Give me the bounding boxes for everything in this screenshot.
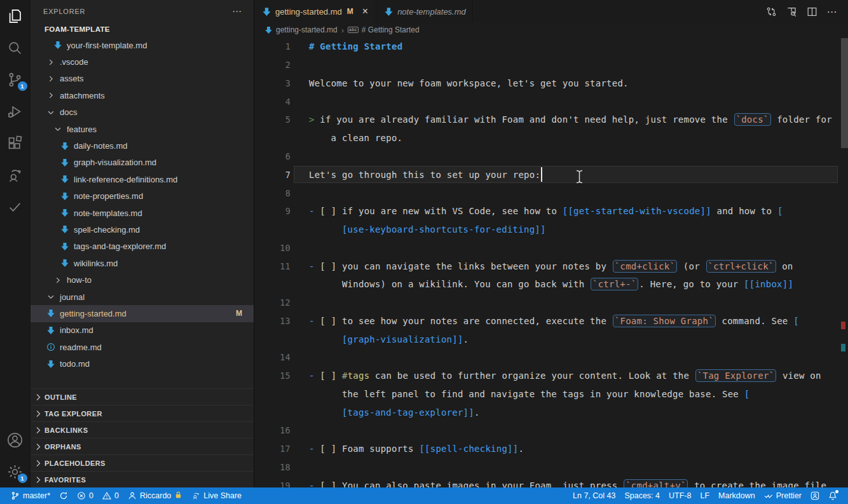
editor-group: getting-started.mdM×note-templates.md⋯ g…: [254, 0, 848, 487]
tree-file-note-templates.md[interactable]: note-templates.md: [31, 205, 254, 221]
chevron-down-icon: [46, 292, 56, 302]
vscode-window: 11 EXPLORER ⋯ FOAM-TEMPLATE your-first-t…: [0, 0, 848, 504]
activity-source-control-button[interactable]: 1: [0, 64, 31, 95]
open-changes-button[interactable]: [764, 4, 778, 18]
status-sync[interactable]: [55, 487, 72, 504]
panel-tag-explorer[interactable]: TAG EXPLORER: [31, 405, 254, 421]
tree-file-spell-checking.md[interactable]: spell-checking.md: [31, 221, 254, 238]
tree-file-link-reference-definitions.md[interactable]: link-reference-definitions.md: [31, 171, 254, 187]
token-pl: if you are already familiar with Foam an…: [320, 114, 733, 125]
tree-folder-.vscode[interactable]: .vscode: [31, 53, 254, 70]
activity-extensions-button[interactable]: [0, 127, 31, 159]
token-pl: .: [518, 444, 524, 454]
activity-run-debug-button[interactable]: [0, 95, 31, 127]
editor-line-wrap: [use-keyboard-shortcuts-for-editing]]: [254, 221, 848, 239]
status-git-branch[interactable]: master*: [6, 487, 55, 504]
tree-file-tags-and-tag-explorer.md[interactable]: tags-and-tag-explorer.md: [31, 238, 254, 255]
token-pl: [ ] Foam supports: [320, 444, 419, 454]
tree-file-wikilinks.md[interactable]: wikilinks.md: [31, 255, 254, 271]
markdown-file-icon: [60, 242, 70, 252]
status-cursor-position[interactable]: Ln 7, Col 43: [568, 487, 620, 504]
token-pl: folder for: [772, 114, 832, 125]
close-icon[interactable]: ×: [361, 6, 369, 17]
workspace-section-header[interactable]: FOAM-TEMPLATE: [31, 22, 254, 37]
line-number: 2: [254, 60, 291, 70]
token-cd: `Foam: Show Graph`: [613, 315, 716, 327]
file-tree: your-first-template.md.vscodeassetsattac…: [31, 37, 254, 388]
open-preview-button[interactable]: [784, 4, 798, 18]
status-bar: master*00RiccardoLive ShareLn 7, Col 43S…: [0, 487, 848, 504]
status-label: LF: [700, 491, 709, 500]
tree-file-inbox.md[interactable]: inbox.md: [31, 322, 254, 339]
breadcrumb[interactable]: getting-started.md › abc # Getting Start…: [254, 23, 848, 37]
activity-search-button[interactable]: [0, 32, 31, 64]
activity-checks-button[interactable]: [0, 191, 31, 222]
token-cd: `ctrl+click`: [706, 260, 776, 273]
line-content: the left panel to find and navigate the …: [309, 389, 749, 399]
activity-account-button[interactable]: [0, 424, 31, 456]
line-number: 14: [254, 352, 291, 362]
chevron-right-icon: [33, 392, 43, 402]
status-encoding[interactable]: UTF-8: [664, 487, 695, 504]
editor-line-19: 19- [ ] You can also paste images in you…: [254, 476, 848, 487]
tree-file-graph-visualization.md[interactable]: graph-visualization.md: [31, 154, 254, 171]
tree-item-label: spell-checking.md: [74, 225, 140, 235]
tree-folder-assets[interactable]: assets: [31, 71, 254, 87]
explorer-more-actions-button[interactable]: ⋯: [228, 6, 246, 17]
status-prettier[interactable]: Prettier: [760, 487, 806, 504]
panel-placeholders[interactable]: PLACEHOLDERS: [31, 454, 254, 471]
split-editor-button[interactable]: [805, 4, 819, 18]
tree-file-your-first-template.md[interactable]: your-first-template.md: [31, 37, 254, 53]
tree-folder-features[interactable]: features: [31, 121, 254, 137]
panel-outline[interactable]: OUTLINE: [31, 388, 254, 405]
line-content: - [ ] #tags can be used to further organ…: [309, 369, 821, 382]
tree-item-label: todo.md: [60, 359, 90, 369]
panel-orphans[interactable]: ORPHANS: [31, 438, 254, 454]
chevron-down-icon: [33, 24, 43, 34]
tab-note-templates.md[interactable]: note-templates.md: [376, 0, 473, 23]
tree-file-getting-started.md[interactable]: getting-started.mdM: [31, 305, 254, 322]
status-feedback[interactable]: [806, 487, 824, 504]
tree-file-todo.md[interactable]: todo.md: [31, 355, 254, 372]
markdown-file-icon: [46, 359, 56, 369]
activity-live-share-button[interactable]: [0, 159, 31, 191]
status-language-mode[interactable]: Markdown: [714, 487, 760, 504]
status-notifications[interactable]: [824, 487, 842, 504]
status-label: Live Share: [203, 491, 242, 500]
breadcrumb-file[interactable]: getting-started.md: [276, 25, 338, 34]
activity-settings-button[interactable]: 1: [0, 456, 31, 487]
tree-file-note-properties.md[interactable]: note-properties.md: [31, 188, 254, 205]
more-actions-button[interactable]: ⋯: [825, 4, 839, 18]
errors-icon: [77, 491, 86, 500]
markdown-file-icon: [60, 258, 70, 268]
breadcrumb-symbol[interactable]: # Getting Started: [362, 25, 420, 34]
token-lk: [graph-visualization]]: [342, 334, 463, 344]
panel-favorites[interactable]: FAVORITES: [31, 471, 254, 487]
tree-folder-journal[interactable]: journal: [31, 289, 254, 305]
vertical-scrollbar[interactable]: [841, 38, 848, 148]
panel-label: BACKLINKS: [44, 426, 88, 434]
tree-folder-how-to[interactable]: how-to: [31, 271, 254, 288]
editor-line-wrap: a clean repo.: [254, 129, 848, 147]
tree-file-daily-notes.md[interactable]: daily-notes.md: [31, 137, 254, 154]
editor-surface[interactable]: 1# Getting Started23Welcome to your new …: [254, 37, 848, 487]
tree-folder-docs[interactable]: docs: [31, 104, 254, 121]
editor-line-6: 6: [254, 147, 848, 166]
status-indentation[interactable]: Spaces: 4: [620, 487, 664, 504]
token-pl: Windows) on a wikilink. You can go back …: [342, 279, 590, 289]
panel-backlinks[interactable]: BACKLINKS: [31, 421, 254, 438]
status-warnings[interactable]: 0: [98, 487, 123, 504]
status-errors[interactable]: 0: [72, 487, 98, 504]
tree-file-readme.md[interactable]: readme.md: [31, 339, 254, 355]
info-icon: [46, 342, 56, 352]
status-user[interactable]: Riccardo: [123, 487, 187, 504]
token-cd: `ctrl+-`: [591, 278, 638, 290]
token-tg: tags: [348, 371, 370, 381]
status-eol[interactable]: LF: [695, 487, 714, 504]
tab-getting-started.md[interactable]: getting-started.mdM×: [254, 0, 376, 23]
activity-explorer-button[interactable]: [0, 0, 31, 32]
extensions-icon: [6, 135, 24, 152]
status-live-share[interactable]: Live Share: [187, 487, 246, 504]
tree-folder-attachments[interactable]: attachments: [31, 87, 254, 104]
status-label: Ln 7, Col 43: [573, 491, 615, 500]
